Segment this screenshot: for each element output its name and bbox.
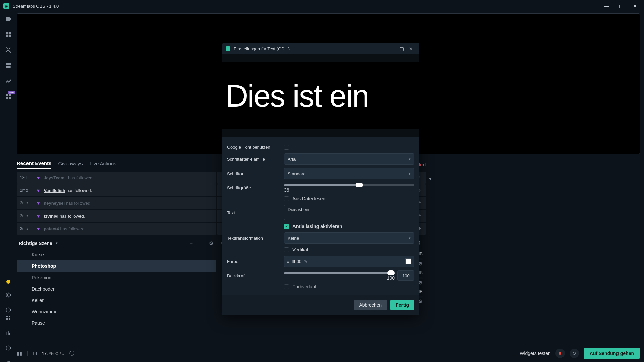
bars-icon[interactable] [6, 330, 11, 337]
svg-rect-8 [9, 333, 10, 335]
ok-button[interactable]: Fertig [390, 300, 414, 310]
source-settings-button[interactable]: ⚙ [208, 240, 214, 246]
source-name: Pause [32, 320, 45, 326]
event-user[interactable]: Vanillefish [44, 188, 65, 193]
gradient-label: Farbverlauf [292, 284, 316, 289]
source-row[interactable]: ○Dachboden [17, 283, 216, 295]
svg-rect-5 [9, 318, 10, 320]
cpu-icon: ⊡ [33, 350, 37, 356]
globe-icon[interactable] [6, 292, 11, 299]
font-style-label: Schriftart [227, 171, 284, 176]
apps-icon[interactable] [6, 315, 11, 321]
eyedropper-icon[interactable]: ✎ [304, 259, 308, 264]
from-file-label: Aus Datei lesen [292, 196, 325, 201]
tab-live-actions[interactable]: Live Actions [90, 161, 116, 168]
event-text: has followed. [67, 175, 94, 180]
font-size-label: Schriftgröße [227, 185, 284, 190]
stats-icon[interactable]: ▮▮ [17, 350, 22, 356]
event-row[interactable]: 2mo♥neyneysel has followed. [17, 197, 216, 209]
source-row[interactable]: ○Wohnzimmer [17, 306, 216, 317]
layout-icon[interactable] [5, 31, 12, 38]
record-button[interactable] [555, 349, 565, 358]
source-row[interactable]: ○Pokemon [17, 272, 216, 283]
event-row[interactable]: 18d♥JaysTeam_ has followed. [17, 172, 216, 184]
event-row[interactable]: 2mo♥Vanillefish has followed. [17, 184, 216, 196]
font-size-slider[interactable] [284, 183, 414, 187]
color-input[interactable]: #ffffff00 ✎ [284, 256, 414, 267]
gradient-checkbox[interactable] [284, 284, 289, 289]
crossed-tools-icon[interactable] [5, 46, 12, 54]
color-value: #ffffff00 [287, 259, 301, 264]
camera-icon[interactable] [5, 15, 12, 23]
window-minimize-button[interactable]: — [600, 1, 614, 11]
panel-collapse-icon[interactable]: ◂ [429, 158, 433, 347]
event-text: has followed. [65, 201, 92, 206]
replay-button[interactable]: ↻ [570, 349, 579, 358]
from-file-checkbox[interactable] [284, 196, 289, 201]
event-text: has followed. [59, 226, 86, 231]
svg-rect-3 [9, 316, 10, 317]
event-time: 2mo [20, 201, 37, 205]
dialog-minimize-button[interactable]: — [387, 46, 397, 51]
transform-select[interactable]: Keine [284, 232, 414, 244]
font-family-select[interactable]: Arial [284, 153, 414, 165]
vertical-checkbox[interactable] [284, 247, 289, 252]
opacity-slider[interactable] [284, 270, 395, 275]
chart-icon[interactable] [5, 77, 12, 84]
source-status-icons [0, 280, 17, 314]
event-row[interactable]: 3mo♥tzvinivi has followed. [17, 210, 216, 222]
event-user[interactable]: tzvinivi [44, 214, 58, 219]
source-row[interactable]: ○Pause [17, 317, 216, 329]
source-name: Wohnzimmer [32, 309, 59, 314]
app-title: Streamlabs OBS - 1.4.0 [13, 4, 59, 9]
cancel-button[interactable]: Abbrechen [354, 300, 387, 310]
google-font-checkbox[interactable] [284, 145, 289, 150]
dialog-titlebar[interactable]: Einstellungen für Text (GDI+) — ▢ ✕ [222, 43, 419, 54]
add-source-button[interactable]: ＋ [187, 240, 194, 246]
opacity-display: 100 [284, 275, 395, 281]
info-icon[interactable]: ⓘ [69, 350, 74, 357]
text-value: Dies ist ein [288, 207, 309, 212]
event-user[interactable]: JaysTeam_ [44, 175, 67, 180]
help-icon[interactable] [6, 307, 11, 314]
widgets-test-button[interactable]: Widgets testen [520, 351, 551, 356]
window-maximize-button[interactable]: ▢ [614, 1, 628, 11]
titlebar: ◉ Streamlabs OBS - 1.4.0 — ▢ ✕ [0, 0, 644, 12]
tab-giveaways[interactable]: Giveaways [58, 161, 83, 168]
cpu-label: 17.7% CPU [42, 351, 65, 356]
font-style-select[interactable]: Standard [284, 168, 414, 179]
go-live-button[interactable]: Auf Sendung gehen [584, 348, 640, 359]
antialias-checkbox[interactable]: ✓ [284, 224, 289, 229]
event-time: 18d [20, 175, 37, 180]
font-size-value: 36 [284, 187, 414, 193]
text-input[interactable]: Dies ist ein [284, 205, 414, 220]
transform-value: Keine [288, 236, 299, 241]
question-icon[interactable]: ? [6, 345, 11, 352]
scene-dropdown-icon[interactable]: ▾ [56, 241, 58, 245]
scene-panel: Richtige Szene ▾ ＋ — ⚙ ○Kurse○Photoshop○… [17, 237, 216, 347]
tab-recent-events[interactable]: Recent Events [17, 160, 51, 169]
event-row[interactable]: 3mo♥pafect4 has followed. [17, 223, 216, 235]
source-row[interactable]: ○Photoshop [17, 260, 216, 272]
grid-icon[interactable] [5, 93, 12, 100]
window-close-button[interactable]: ✕ [628, 1, 642, 11]
dialog-maximize-button[interactable]: ▢ [397, 46, 406, 51]
event-user[interactable]: neyneysel [44, 201, 65, 206]
heart-icon: ♥ [37, 213, 40, 219]
event-time: 3mo [20, 214, 37, 218]
source-row[interactable]: ○Keller [17, 295, 216, 306]
dialog-close-button[interactable]: ✕ [406, 46, 416, 51]
opacity-numeric[interactable]: 100 [397, 270, 414, 281]
event-text: has followed. [58, 214, 85, 219]
color-swatch[interactable] [405, 258, 411, 264]
remove-source-button[interactable]: — [198, 240, 204, 246]
opacity-label: Deckkraft [227, 273, 284, 278]
source-row[interactable]: ○Kurse [17, 249, 216, 260]
store-icon[interactable] [5, 62, 12, 69]
gear-icon[interactable] [6, 360, 11, 362]
scene-title[interactable]: Richtige Szene [19, 241, 52, 246]
font-style-value: Standard [288, 171, 306, 176]
source-name: Photoshop [32, 263, 56, 269]
event-user[interactable]: pafect4 [44, 226, 59, 231]
dialog-title: Einstellungen für Text (GDI+) [234, 46, 290, 51]
